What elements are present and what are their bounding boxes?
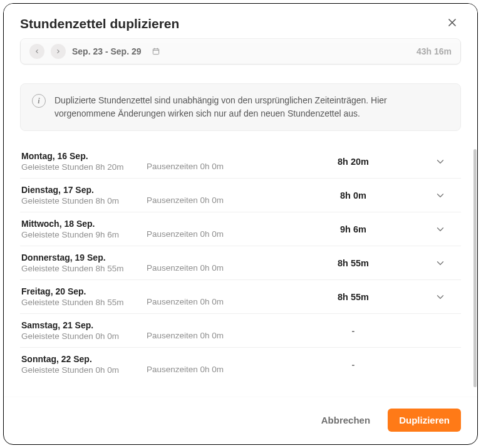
day-breaks: Pausenzeiten 0h 0m bbox=[147, 162, 272, 172]
day-name: Freitag, 20 Sep. bbox=[21, 286, 147, 296]
calendar-icon[interactable] bbox=[152, 47, 160, 56]
prev-week-button[interactable] bbox=[29, 44, 44, 59]
day-breaks: Pausenzeiten 0h 0m bbox=[147, 263, 272, 273]
day-hours: Geleistete Stunden 0h 0m bbox=[21, 331, 147, 341]
modal-body: Sep. 23 - Sep. 29 43h 16m i Duplizierte … bbox=[4, 36, 477, 397]
day-hours: Geleistete Stunden 8h 55m bbox=[21, 264, 147, 273]
day-total: 8h 0m bbox=[272, 190, 435, 201]
expand-button[interactable] bbox=[435, 156, 446, 167]
day-name: Montag, 16 Sep. bbox=[21, 151, 147, 161]
day-row: Sonntag, 22 Sep.Geleistete Stunden 0h 0m… bbox=[20, 348, 461, 381]
expand-button[interactable] bbox=[435, 258, 446, 269]
day-row[interactable]: Dienstag, 17 Sep.Geleistete Stunden 8h 0… bbox=[20, 179, 461, 212]
day-name: Sonntag, 22 Sep. bbox=[21, 354, 147, 364]
day-hours: Geleistete Stunden 8h 55m bbox=[21, 298, 147, 307]
day-total: - bbox=[272, 360, 435, 370]
day-breaks: Pausenzeiten 0h 0m bbox=[147, 297, 272, 307]
week-selector-left: Sep. 23 - Sep. 29 bbox=[29, 44, 160, 59]
day-row[interactable]: Donnerstag, 19 Sep.Geleistete Stunden 8h… bbox=[20, 246, 461, 280]
day-row[interactable]: Montag, 16 Sep.Geleistete Stunden 8h 20m… bbox=[20, 145, 461, 179]
duplicate-button[interactable]: Duplizieren bbox=[388, 409, 461, 432]
close-button[interactable] bbox=[443, 14, 461, 33]
info-text: Duplizierte Stundenzettel sind unabhängi… bbox=[54, 94, 449, 120]
day-total: 8h 55m bbox=[272, 292, 435, 302]
modal-footer: Abbrechen Duplizieren bbox=[4, 397, 477, 444]
day-total: 9h 6m bbox=[272, 224, 435, 234]
chevron-down-icon bbox=[435, 190, 446, 201]
modal-title: Stundenzettel duplizieren bbox=[20, 16, 179, 31]
expand-button[interactable] bbox=[435, 291, 446, 303]
week-range: Sep. 23 - Sep. 29 bbox=[72, 46, 142, 56]
day-row: Samstag, 21 Sep.Geleistete Stunden 0h 0m… bbox=[20, 314, 461, 348]
day-breaks: Pausenzeiten 0h 0m bbox=[147, 195, 272, 206]
cancel-button[interactable]: Abbrechen bbox=[319, 409, 373, 432]
day-hours: Geleistete Stunden 8h 20m bbox=[21, 162, 147, 172]
day-breaks: Pausenzeiten 0h 0m bbox=[147, 331, 272, 341]
day-name: Donnerstag, 19 Sep. bbox=[21, 253, 147, 263]
duplicate-timesheet-modal: Stundenzettel duplizieren Sep. 23 - Sep.… bbox=[3, 3, 478, 445]
close-icon bbox=[446, 16, 458, 29]
chevron-down-icon bbox=[435, 291, 446, 303]
chevron-down-icon bbox=[435, 258, 446, 269]
day-breaks: Pausenzeiten 0h 0m bbox=[147, 365, 272, 375]
chevron-left-icon bbox=[34, 48, 40, 55]
day-hours: Geleistete Stunden 8h 0m bbox=[21, 196, 147, 206]
day-name: Mittwoch, 18 Sep. bbox=[21, 219, 147, 229]
day-row[interactable]: Mittwoch, 18 Sep.Geleistete Stunden 9h 6… bbox=[20, 212, 461, 246]
day-name: Dienstag, 17 Sep. bbox=[21, 185, 147, 195]
day-breaks: Pausenzeiten 0h 0m bbox=[147, 229, 272, 239]
expand-button[interactable] bbox=[435, 224, 446, 235]
day-total: 8h 20m bbox=[272, 157, 435, 167]
chevron-down-icon bbox=[435, 224, 446, 235]
scrollbar-thumb[interactable] bbox=[473, 149, 477, 387]
week-selector: Sep. 23 - Sep. 29 43h 16m bbox=[20, 38, 461, 65]
next-week-button[interactable] bbox=[51, 44, 66, 59]
chevron-right-icon bbox=[55, 48, 61, 55]
day-hours: Geleistete Stunden 9h 6m bbox=[21, 230, 147, 239]
day-name: Samstag, 21 Sep. bbox=[21, 320, 147, 330]
day-total: - bbox=[272, 326, 435, 336]
expand-button[interactable] bbox=[435, 190, 446, 201]
days-list: Montag, 16 Sep.Geleistete Stunden 8h 20m… bbox=[20, 145, 461, 381]
info-icon: i bbox=[32, 94, 46, 108]
svg-rect-0 bbox=[153, 49, 158, 55]
info-banner: i Duplizierte Stundenzettel sind unabhän… bbox=[20, 83, 461, 131]
day-total: 8h 55m bbox=[272, 258, 435, 268]
chevron-down-icon bbox=[435, 156, 446, 167]
modal-header: Stundenzettel duplizieren bbox=[4, 4, 477, 36]
week-total: 43h 16m bbox=[416, 46, 452, 56]
day-hours: Geleistete Stunden 0h 0m bbox=[21, 365, 147, 375]
day-row[interactable]: Freitag, 20 Sep.Geleistete Stunden 8h 55… bbox=[20, 280, 461, 314]
